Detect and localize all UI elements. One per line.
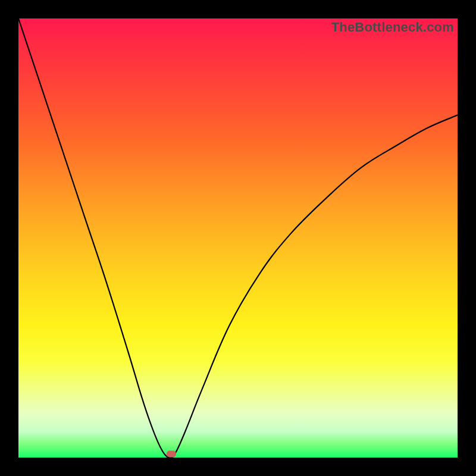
chart-plot-area: TheBottleneck.com <box>18 18 458 458</box>
curve-path <box>18 18 458 458</box>
curve-svg <box>18 18 458 458</box>
chart-frame: TheBottleneck.com <box>0 0 476 476</box>
bottleneck-marker <box>167 451 176 458</box>
